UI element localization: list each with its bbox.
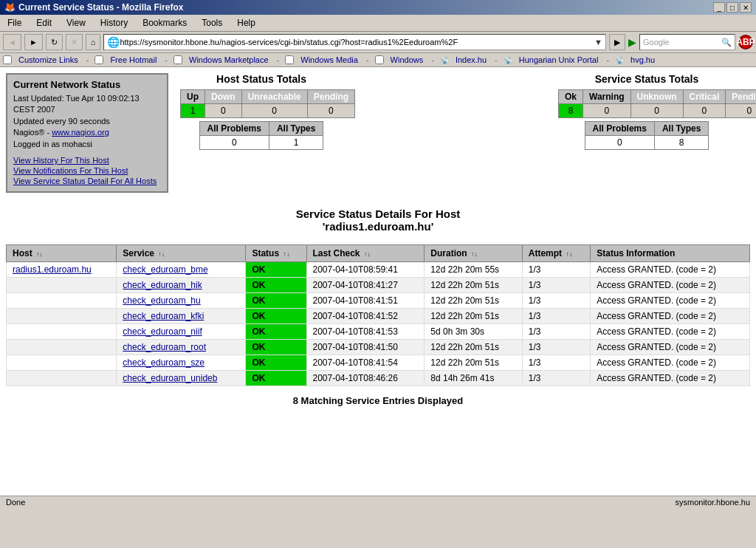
status-sort-arrows[interactable]: ↑↓ [283, 250, 289, 258]
windows-media-check[interactable] [285, 55, 294, 64]
menu-view[interactable]: View [62, 16, 90, 30]
view-history-link[interactable]: View History For This Host [13, 156, 161, 165]
customize-links-check[interactable] [3, 55, 12, 64]
col-service[interactable]: Service ↑↓ [117, 244, 246, 261]
menu-file[interactable]: File [3, 16, 26, 30]
bookmark-free-hotmail[interactable]: Free Hotmail [108, 55, 159, 65]
lastcheck-sort-arrows[interactable]: ↑↓ [364, 250, 371, 258]
cell-duration: 5d 0h 3m 30s [425, 323, 522, 339]
host-all-types-header[interactable]: All Types [269, 122, 323, 136]
svc-all-problems-header[interactable]: All Problems [585, 122, 654, 136]
svc-svc-pending-value[interactable]: 0 [726, 104, 756, 118]
host-down-value[interactable]: 0 [205, 104, 242, 118]
update-interval: Updated every 90 seconds [13, 116, 161, 127]
cell-duration: 12d 22h 20m 51s [425, 277, 522, 292]
bookmark-sep-7: - [605, 55, 611, 64]
service-sort-arrows[interactable]: ↑↓ [158, 250, 165, 258]
cell-last-check: 2007-04-10T08:41:27 [306, 277, 425, 292]
address-dropdown-icon[interactable]: ▼ [594, 38, 602, 47]
col-last-check[interactable]: Last Check ↑↓ [306, 244, 425, 261]
bookmark-customize-links[interactable]: Customize Links [16, 55, 80, 65]
svc-ok-value[interactable]: 8 [559, 104, 583, 118]
search-icon[interactable]: 🔍 [721, 38, 732, 47]
go-button[interactable]: ▶ [609, 34, 625, 50]
globe-icon: 🌐 [107, 36, 120, 48]
col-duration[interactable]: Duration ↑↓ [425, 244, 522, 261]
view-notifications-link[interactable]: View Notifications For This Host [13, 166, 161, 175]
host-pending-value[interactable]: 0 [307, 104, 354, 118]
adblocker-icon[interactable]: ABP [738, 35, 753, 49]
stop-button[interactable]: ✕ [66, 34, 83, 50]
refresh-button[interactable]: ↻ [46, 34, 63, 50]
minimize-button[interactable]: _ [713, 2, 725, 13]
bookmark-indexhu[interactable]: Index.hu [453, 55, 489, 65]
nagios-link[interactable]: www.nagios.org [52, 128, 109, 137]
status-box-title: Current Network Status [13, 79, 161, 90]
menu-tools[interactable]: Tools [197, 16, 227, 30]
host-all-problems-header[interactable]: All Problems [199, 122, 269, 136]
svc-all-types-header[interactable]: All Types [654, 122, 708, 136]
bookmark-hungarian-unix[interactable]: Hungarian Unix Portal [517, 55, 601, 65]
forward-button[interactable]: ► [24, 34, 43, 50]
col-host[interactable]: Host ↑↓ [7, 244, 117, 261]
host-all-types-value[interactable]: 1 [269, 136, 323, 150]
host-up-value[interactable]: 1 [181, 104, 205, 118]
maximize-button[interactable]: □ [726, 2, 738, 13]
bookmark-sep-6: - [493, 55, 499, 64]
host-up-header: Up [181, 90, 205, 104]
menu-help[interactable]: Help [233, 16, 260, 30]
svc-unknown-header: Unknown [630, 90, 683, 104]
service-link[interactable]: check_eduroam_hik [123, 280, 202, 290]
host-sort-arrows[interactable]: ↑↓ [36, 250, 43, 258]
footer-status: Done [6, 498, 25, 507]
service-link[interactable]: check_eduroam_unideb [123, 373, 217, 383]
cell-last-check: 2007-04-10T08:46:26 [306, 370, 425, 386]
close-button[interactable]: ✕ [740, 2, 752, 13]
bookmark-hvghu[interactable]: hvg.hu [628, 55, 657, 65]
menu-edit[interactable]: Edit [32, 16, 56, 30]
back-button[interactable]: ◄ [3, 34, 21, 50]
table-row: check_eduroam_unidebOK2007-04-10T08:46:2… [7, 370, 750, 386]
host-status-table: Up Down Unreachable Pending 1 0 0 0 [180, 89, 355, 118]
svc-all-problems-value[interactable]: 0 [585, 136, 654, 150]
service-link[interactable]: check_eduroam_root [123, 342, 206, 352]
search-box[interactable]: Google 🔍 [639, 34, 735, 50]
windows-check[interactable] [375, 55, 384, 64]
menu-history[interactable]: History [96, 16, 132, 30]
menu-bookmarks[interactable]: Bookmarks [138, 16, 191, 30]
duration-sort-arrows[interactable]: ↑↓ [471, 250, 478, 258]
bookmark-windows[interactable]: Windows [388, 55, 426, 65]
view-service-status-link[interactable]: View Service Status Detail For All Hosts [13, 177, 161, 185]
bookmark-windows-media[interactable]: Windows Media [298, 55, 360, 65]
address-text[interactable]: https://sysmonitor.hbone.hu/nagios-servi… [120, 38, 591, 47]
address-bar[interactable]: 🌐 https://sysmonitor.hbone.hu/nagios-ser… [103, 34, 606, 50]
service-link[interactable]: check_eduroam_sze [123, 357, 205, 368]
bookmark-windows-marketplace[interactable]: Windows Marketplace [187, 55, 271, 65]
menu-bar: File Edit View History Bookmarks Tools H… [0, 15, 756, 32]
cell-host: radius1.eduroam.hu [7, 261, 117, 277]
footer-server: sysmonitor.hbone.hu [675, 498, 750, 507]
service-link[interactable]: check_eduroam_hu [123, 295, 200, 306]
svc-all-types-value[interactable]: 8 [654, 136, 708, 150]
col-attempt[interactable]: Attempt ↑↓ [522, 244, 591, 261]
host-link[interactable]: radius1.eduroam.hu [13, 264, 92, 275]
service-link[interactable]: check_eduroam_niif [123, 326, 202, 337]
window-title: Current Service Status - Mozilla Firefox [18, 2, 183, 13]
cell-last-check: 2007-04-10T08:41:50 [306, 339, 425, 355]
free-hotmail-check[interactable] [94, 55, 103, 64]
host-all-problems-value[interactable]: 0 [199, 136, 269, 150]
svc-unknown-value[interactable]: 0 [630, 104, 683, 118]
service-link[interactable]: check_eduroam_bme [123, 264, 207, 275]
home-button[interactable]: ⌂ [86, 34, 101, 50]
svc-warning-value[interactable]: 0 [583, 104, 631, 118]
cell-attempt: 1/3 [522, 323, 591, 339]
attempt-sort-arrows[interactable]: ↑↓ [566, 250, 572, 258]
service-link[interactable]: check_eduroam_kfki [123, 311, 204, 321]
table-row: check_eduroam_niifOK2007-04-10T08:41:535… [7, 323, 750, 339]
svc-critical-value[interactable]: 0 [683, 104, 726, 118]
windows-marketplace-check[interactable] [173, 55, 182, 64]
host-pending-header: Pending [307, 90, 354, 104]
col-status[interactable]: Status ↑↓ [246, 244, 306, 261]
title-bar-buttons[interactable]: _ □ ✕ [713, 2, 752, 13]
host-unreachable-value[interactable]: 0 [241, 104, 307, 118]
